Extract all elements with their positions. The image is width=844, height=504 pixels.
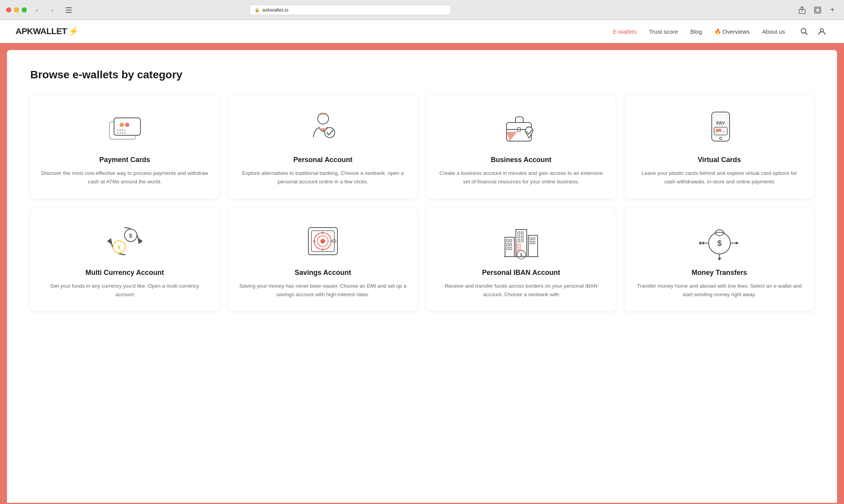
business-account-desc: Create a business account in minutes and…	[438, 169, 605, 186]
svg-point-15	[122, 129, 123, 131]
browser-actions: +	[796, 5, 838, 16]
svg-rect-5	[816, 8, 820, 12]
svg-text:$: $	[129, 233, 132, 239]
virtual-cards-icon: PAY	[698, 109, 741, 148]
svg-rect-72	[533, 238, 535, 240]
nav-blog[interactable]: Blog	[690, 28, 702, 35]
svg-marker-87	[718, 258, 721, 261]
site-navigation: APKWALLET⚡ E-wallets Trust score Blog 🔥 …	[0, 20, 844, 43]
virtual-cards-desc: Leave your plastic cards behind and expl…	[636, 169, 803, 186]
svg-rect-67	[518, 240, 520, 242]
add-tab-button[interactable]: +	[827, 5, 838, 16]
search-button[interactable]	[797, 25, 811, 38]
svg-point-8	[820, 29, 823, 32]
browser-chrome: ‹ › 🔒 askwallet.io +	[0, 0, 844, 20]
payment-cards-icon	[104, 109, 146, 148]
svg-point-19	[122, 132, 123, 134]
svg-rect-58	[507, 243, 508, 246]
traffic-lights	[6, 7, 27, 12]
money-transfers-icon: $	[698, 222, 741, 261]
svg-rect-56	[507, 240, 508, 242]
svg-point-16	[124, 129, 126, 131]
svg-rect-66	[521, 236, 523, 238]
svg-point-17	[117, 132, 119, 134]
svg-rect-68	[521, 240, 523, 242]
svg-point-35	[719, 137, 722, 140]
logo-text: APKWALLET	[16, 26, 67, 36]
card-savings-account[interactable]: Savings Account Saving your money has ne…	[228, 208, 417, 311]
svg-point-31	[716, 129, 719, 131]
page-title: Browse e-wallets by category	[30, 69, 814, 81]
business-account-icon	[500, 109, 543, 148]
traffic-light-red[interactable]	[6, 7, 11, 12]
svg-rect-2	[66, 12, 72, 13]
logo-accent: ⚡	[68, 26, 79, 36]
savings-account-desc: Saving your money has never been easier.…	[239, 282, 406, 299]
svg-text:PAY: PAY	[716, 121, 725, 126]
svg-rect-1	[66, 10, 72, 10]
svg-marker-26	[507, 132, 517, 141]
svg-point-37	[716, 131, 717, 133]
savings-account-icon	[302, 222, 344, 261]
svg-marker-85	[736, 242, 739, 245]
personal-iban-desc: Receive and transfer funds across border…	[438, 282, 605, 299]
svg-point-38	[717, 131, 718, 133]
card-money-transfers[interactable]: $ Money Transfers Transfer money home an	[625, 208, 814, 311]
card-virtual-cards[interactable]: PAY Virtual Cards	[625, 95, 814, 198]
svg-point-18	[119, 132, 121, 134]
browser-forward-button[interactable]: ›	[47, 5, 58, 16]
user-button[interactable]	[815, 25, 828, 38]
svg-rect-59	[510, 243, 512, 246]
svg-rect-61	[510, 247, 512, 250]
svg-point-13	[117, 129, 119, 131]
card-personal-iban[interactable]: $ Personal IBAN Account Receive and tran…	[427, 208, 616, 311]
svg-rect-63	[518, 232, 520, 234]
svg-point-36	[714, 131, 715, 133]
svg-point-21	[318, 113, 329, 124]
svg-point-12	[125, 123, 129, 127]
cards-row-1: Payment Cards Discover the most cost-eff…	[30, 95, 814, 198]
svg-rect-0	[66, 7, 72, 8]
traffic-light-green[interactable]	[22, 7, 27, 12]
svg-rect-64	[521, 232, 523, 234]
nav-overviews[interactable]: 🔥 Overviews	[714, 28, 750, 35]
cards-row-2: $ ¥ Multi Currency Account Get your fund…	[30, 208, 814, 311]
sidebar-toggle-button[interactable]	[62, 5, 75, 16]
personal-account-icon	[302, 109, 344, 148]
nav-ewallets[interactable]: E-wallets	[613, 28, 636, 35]
logo[interactable]: APKWALLET⚡	[16, 26, 79, 36]
lock-icon: 🔒	[254, 7, 260, 12]
svg-point-20	[124, 132, 126, 134]
card-personal-account[interactable]: Personal Account Explore alternatives to…	[228, 95, 417, 198]
payment-cards-desc: Discover the most cost-effective way to …	[41, 169, 208, 186]
nav-about-us[interactable]: About us	[762, 28, 785, 35]
card-multi-currency[interactable]: $ ¥ Multi Currency Account Get your fund…	[30, 208, 219, 311]
svg-point-6	[801, 29, 806, 33]
svg-marker-39	[138, 238, 143, 244]
money-transfers-desc: Transfer money home and abroad with low …	[636, 282, 803, 299]
nav-links: E-wallets Trust score Blog 🔥 Overviews A…	[613, 28, 785, 35]
virtual-cards-title: Virtual Cards	[698, 155, 741, 164]
address-bar[interactable]: 🔒 askwallet.io	[249, 5, 451, 15]
personal-iban-icon: $	[500, 222, 543, 261]
card-business-account[interactable]: Business Account Create a business accou…	[427, 95, 616, 198]
traffic-light-yellow[interactable]	[14, 7, 19, 12]
url-text: askwallet.io	[262, 7, 288, 13]
svg-point-11	[120, 123, 124, 127]
svg-rect-57	[510, 240, 512, 242]
svg-rect-73	[530, 242, 532, 244]
tab-view-button[interactable]	[811, 5, 824, 16]
nav-trust-score[interactable]: Trust score	[649, 28, 678, 35]
payment-cards-title: Payment Cards	[99, 155, 150, 164]
svg-rect-74	[533, 242, 535, 244]
browser-back-button[interactable]: ‹	[31, 5, 42, 16]
svg-marker-40	[107, 238, 111, 244]
svg-text:$: $	[717, 239, 721, 247]
multi-currency-title: Multi Currency Account	[85, 268, 164, 277]
share-button[interactable]	[796, 5, 808, 16]
svg-point-33	[722, 131, 723, 132]
card-payment-cards[interactable]: Payment Cards Discover the most cost-eff…	[30, 95, 219, 198]
personal-account-title: Personal Account	[293, 155, 352, 164]
svg-rect-65	[518, 236, 520, 238]
svg-marker-81	[699, 241, 701, 245]
